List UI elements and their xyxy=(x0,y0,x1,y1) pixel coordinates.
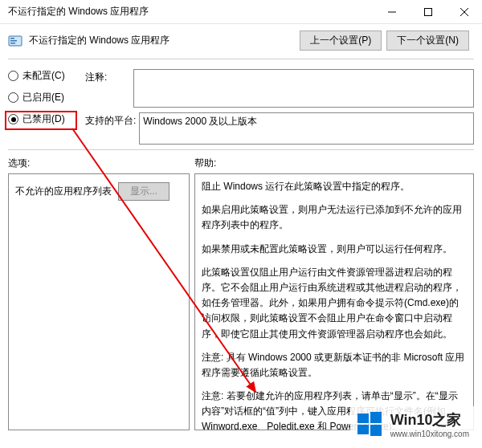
help-text: 此策略设置仅阻止用户运行由文件资源管理器进程启动的程序。它不会阻止用户运行由系统… xyxy=(202,265,467,342)
platform-label: 支持的平台: xyxy=(85,112,136,145)
next-setting-button[interactable]: 下一个设置(N) xyxy=(386,31,469,51)
close-button[interactable] xyxy=(446,0,482,24)
comment-input[interactable] xyxy=(133,69,474,108)
minimize-button[interactable] xyxy=(374,0,410,24)
svg-rect-5 xyxy=(10,38,14,39)
titlebar: 不运行指定的 Windows 应用程序 xyxy=(0,0,482,24)
config-block: 未配置(C) 已启用(E) 已禁用(D) 注释: 支持的平台: Windows … xyxy=(0,61,482,148)
watermark-text: Win10之家 www.win10xitong.com xyxy=(390,410,469,438)
state-radio-group: 未配置(C) 已启用(E) 已禁用(D) xyxy=(8,69,80,145)
platform-value: Windows 2000 及以上版本 xyxy=(143,116,257,127)
radio-label: 已启用(E) xyxy=(22,91,64,104)
maximize-button[interactable] xyxy=(410,0,446,24)
help-text: 注意: 具有 Windows 2000 或更新版本证书的非 Microsoft … xyxy=(202,350,467,381)
options-panel: 不允许的应用程序列表 显示... xyxy=(8,173,190,430)
watermark: Win10之家 www.win10xitong.com xyxy=(350,406,474,442)
platform-box: Windows 2000 及以上版本 xyxy=(139,112,474,145)
fields: 注释: 支持的平台: Windows 2000 及以上版本 xyxy=(85,69,474,145)
divider xyxy=(8,59,474,59)
radio-icon xyxy=(8,92,18,103)
help-text: 如果禁用或未配置此策略设置，则用户可以运行任何程序。 xyxy=(202,242,467,257)
options-section-label: 选项: xyxy=(8,157,194,170)
svg-rect-11 xyxy=(357,425,369,434)
previous-setting-button[interactable]: 上一个设置(P) xyxy=(300,31,382,51)
svg-rect-1 xyxy=(424,8,431,15)
svg-rect-10 xyxy=(370,412,382,423)
disallowed-list-label: 不允许的应用程序列表 xyxy=(15,185,112,198)
platform-row: 支持的平台: Windows 2000 及以上版本 xyxy=(85,112,474,145)
svg-rect-9 xyxy=(357,413,369,423)
window-title: 不运行指定的 Windows 应用程序 xyxy=(8,5,374,18)
radio-label: 未配置(C) xyxy=(22,69,65,83)
watermark-url: www.win10xitong.com xyxy=(390,430,469,438)
page-title: 不运行指定的 Windows 应用程序 xyxy=(29,34,293,47)
policy-icon xyxy=(8,34,22,48)
radio-icon xyxy=(8,114,18,124)
help-text: 如果启用此策略设置，则用户无法运行已添加到不允许的应用程序列表中的程序。 xyxy=(202,202,467,233)
radio-label: 已禁用(D) xyxy=(22,112,65,126)
svg-rect-12 xyxy=(370,425,382,436)
help-panel: 阻止 Windows 运行在此策略设置中指定的程序。 如果启用此策略设置，则用户… xyxy=(194,173,474,430)
nav-buttons: 上一个设置(P) 下一个设置(N) xyxy=(300,31,469,51)
options-inner: 不允许的应用程序列表 显示... xyxy=(15,182,182,201)
show-button[interactable]: 显示... xyxy=(118,182,170,201)
svg-rect-7 xyxy=(10,43,15,44)
panels: 不允许的应用程序列表 显示... 阻止 Windows 运行在此策略设置中指定的… xyxy=(0,173,482,438)
window-controls xyxy=(374,0,482,24)
comment-row: 注释: xyxy=(85,69,474,108)
watermark-title: Win10之家 xyxy=(390,410,469,430)
radio-disabled[interactable]: 已禁用(D) xyxy=(8,112,80,126)
header-row: 不运行指定的 Windows 应用程序 上一个设置(P) 下一个设置(N) xyxy=(0,24,482,57)
comment-label: 注释: xyxy=(85,69,130,108)
divider xyxy=(8,149,474,150)
help-text: 阻止 Windows 运行在此策略设置中指定的程序。 xyxy=(202,179,467,194)
section-labels: 选项: 帮助: xyxy=(0,152,482,173)
svg-rect-6 xyxy=(10,40,17,42)
radio-icon xyxy=(8,71,18,81)
windows-logo-icon xyxy=(355,409,384,438)
radio-enabled[interactable]: 已启用(E) xyxy=(8,91,80,104)
help-section-label: 帮助: xyxy=(194,157,474,170)
radio-not-configured[interactable]: 未配置(C) xyxy=(8,69,80,83)
